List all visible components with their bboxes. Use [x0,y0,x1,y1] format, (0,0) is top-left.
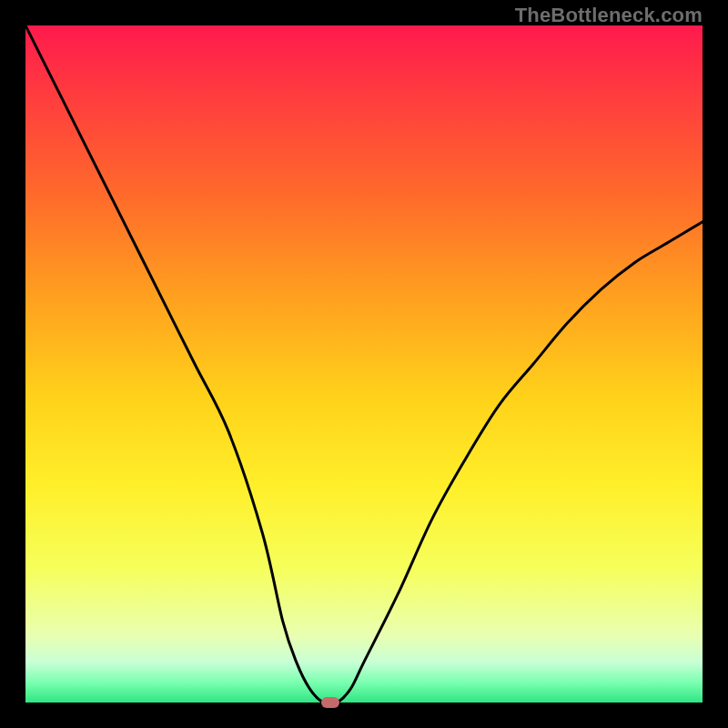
chart-frame: TheBottleneck.com [0,0,728,728]
plot-area [25,25,703,703]
bottleneck-curve [25,25,703,703]
watermark-text: TheBottleneck.com [515,4,703,27]
curve-svg [25,25,703,703]
min-marker [321,697,339,708]
